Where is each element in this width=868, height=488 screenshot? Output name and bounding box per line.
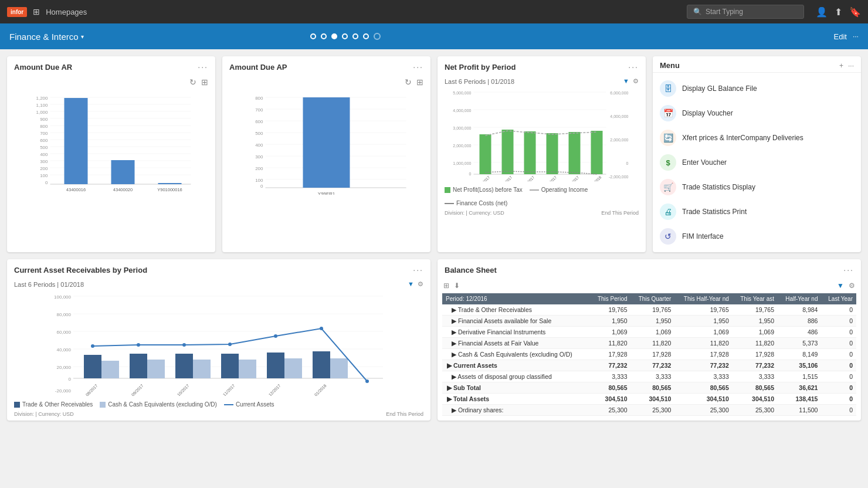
user-icon[interactable]: 👤 <box>816 6 828 18</box>
menu-item-display-gl[interactable]: 🗄 Display GL Balance File <box>653 76 861 101</box>
svg-text:0: 0 <box>469 172 472 176</box>
col-half-year: This Half-Year nd <box>674 293 732 304</box>
share-icon[interactable]: ⬆ <box>835 6 842 18</box>
svg-text:12/2017: 12/2017 <box>567 175 580 181</box>
settings-icon-balance[interactable]: ⚙ <box>849 282 855 290</box>
menu-title: Menu <box>660 61 680 70</box>
breadcrumb-dot-6[interactable] <box>363 33 369 39</box>
card-title-profit: Net Profit by Period <box>445 63 516 72</box>
breadcrumb-dot-2[interactable] <box>321 33 327 39</box>
profit-footer: Division: | Currency: USD End This Perio… <box>438 209 646 219</box>
breadcrumb-dot-3[interactable] <box>331 33 337 39</box>
top-navigation: infor ⊞ Homepages 🔍 Start Typing 👤 ⬆ 🔖 <box>0 0 868 23</box>
svg-text:0: 0 <box>69 377 72 382</box>
balance-row-label: ▶ Total Assets <box>442 394 590 405</box>
legend-label-trade: Trade & Other Receivables <box>22 401 93 408</box>
breadcrumb-dot-7[interactable] <box>374 33 381 40</box>
display-voucher-icon: 📅 <box>660 105 676 121</box>
svg-text:300: 300 <box>255 154 263 160</box>
display-voucher-label: Display Voucher <box>682 109 733 117</box>
refresh-icon-ar[interactable]: ↻ <box>189 77 196 87</box>
filter-icon-profit[interactable]: ▼ <box>623 77 629 85</box>
svg-rect-73 <box>569 132 581 174</box>
ar-bar-chart: 1,200 1,100 1,000 900 800 700 600 500 40… <box>12 89 211 195</box>
svg-text:80,000: 80,000 <box>57 312 72 317</box>
settings-icon-asset[interactable]: ⚙ <box>418 280 423 288</box>
card-body-asset: 100,000 80,000 60,000 40,000 20,000 0 -2… <box>7 290 430 400</box>
menu-more-button[interactable]: ··· <box>848 62 854 70</box>
title-dropdown-icon[interactable]: ▾ <box>81 33 84 40</box>
fim-interface-label: FIM Interface <box>682 232 724 240</box>
svg-text:5,000,000: 5,000,000 <box>453 91 471 95</box>
svg-rect-70 <box>502 130 514 174</box>
svg-text:100,000: 100,000 <box>54 294 71 300</box>
balance-row-label: ▶ Cash & Cash Equivalents (excluding O/D… <box>442 349 590 360</box>
card-menu-profit[interactable]: ··· <box>628 62 639 72</box>
svg-text:1,000,000: 1,000,000 <box>453 161 471 165</box>
balance-sheet-table: Period: 12/2016 This Period This Quarter… <box>442 293 856 416</box>
svg-text:-20,000: -20,000 <box>55 388 72 394</box>
legend-color-profit <box>445 187 450 193</box>
more-options-button[interactable]: ··· <box>853 32 859 40</box>
legend-label-profit: Net Profit(Loss) before Tax <box>453 187 523 193</box>
refresh-icon-ap[interactable]: ↻ <box>405 77 412 87</box>
widget-balance-sheet: Balance Sheet ··· ⊞ ⬇ ▼ ⚙ Period: 12/201… <box>438 259 861 421</box>
card-menu-asset[interactable]: ··· <box>413 265 423 274</box>
search-bar[interactable]: 🔍 Start Typing <box>687 5 804 19</box>
menu-item-xfert[interactable]: 🔄 Xfert prices & InterCompany Deliveries <box>653 126 861 150</box>
card-menu-ap[interactable]: ··· <box>413 62 423 72</box>
expand-icon-ar[interactable]: ⊞ <box>201 77 208 87</box>
breadcrumb-dot-5[interactable] <box>352 33 358 39</box>
card-menu-ar[interactable]: ··· <box>198 62 208 72</box>
svg-rect-28 <box>158 183 182 184</box>
svg-text:2,000,000: 2,000,000 <box>453 144 471 148</box>
card-header-profit: Net Profit by Period ··· <box>438 56 646 75</box>
breadcrumb-dot-1[interactable] <box>310 33 316 39</box>
balance-cell-value: 1,515 <box>778 371 821 382</box>
balance-cell-value: 77,232 <box>733 360 778 371</box>
menu-item-fim-interface[interactable]: ↺ FIM Interface <box>653 224 861 249</box>
enter-voucher-icon: $ <box>660 154 676 171</box>
filter-icon-balance[interactable]: ▼ <box>837 282 844 290</box>
svg-text:600: 600 <box>40 138 48 143</box>
menu-item-trade-stats-display[interactable]: 🛒 Trade Statistics Display <box>653 175 861 199</box>
table-view-icon[interactable]: ⊞ <box>443 282 449 290</box>
asset-chart: 100,000 80,000 60,000 40,000 20,000 0 -2… <box>12 290 426 396</box>
ap-bar-chart: 800 700 600 500 400 300 200 100 0 <box>227 89 426 195</box>
menu-item-display-voucher[interactable]: 📅 Display Voucher <box>653 101 861 126</box>
homepages-link[interactable]: Homepages <box>46 8 87 16</box>
filter-icon-asset[interactable]: ▼ <box>408 280 414 288</box>
svg-text:09/2017: 09/2017 <box>500 175 513 181</box>
card-header-balance: Balance Sheet ··· <box>438 259 861 278</box>
menu-item-enter-voucher[interactable]: $ Enter Voucher <box>653 150 861 175</box>
svg-text:100: 100 <box>255 178 263 183</box>
legend-label-current: Current Assets <box>236 401 274 408</box>
svg-rect-50 <box>303 97 350 188</box>
grid-icon[interactable]: ⊞ <box>33 7 40 16</box>
svg-text:-2,000,000: -2,000,000 <box>609 175 629 179</box>
edit-button[interactable]: Edit <box>834 32 847 41</box>
balance-cell-value: 0 <box>821 349 856 360</box>
legend-label-cash: Cash & Cash Equivalents (excluding O/D) <box>108 401 217 408</box>
legend-label-finance: Finance Costs (net) <box>456 200 507 206</box>
balance-row-label: ▶ Derivative Financial Instruments <box>442 327 590 338</box>
card-menu-balance[interactable]: ··· <box>843 265 854 274</box>
card-body-profit: 5,000,000 4,000,000 3,000,000 2,000,000 … <box>438 87 646 185</box>
svg-text:0: 0 <box>260 184 263 189</box>
expand-icon-ap[interactable]: ⊞ <box>416 77 423 87</box>
profit-subtitle-text: Last 6 Periods | 01/2018 <box>445 78 514 85</box>
balance-cell-value: 35,106 <box>778 360 821 371</box>
legend-color-finance <box>445 203 454 204</box>
breadcrumb-dot-4[interactable] <box>342 33 348 39</box>
export-icon[interactable]: ⬇ <box>454 282 460 290</box>
bookmark-icon[interactable]: 🔖 <box>849 6 861 18</box>
svg-point-108 <box>182 343 186 347</box>
balance-cell-value: 11,820 <box>590 338 630 349</box>
menu-add-button[interactable]: + <box>839 62 843 70</box>
legend-color-current <box>224 404 233 405</box>
menu-item-trade-stats-print[interactable]: 🖨 Trade Statistics Print <box>653 199 861 224</box>
settings-icon-profit[interactable]: ⚙ <box>633 77 639 85</box>
svg-text:1,000: 1,000 <box>36 110 48 115</box>
balance-cell-value: 1,069 <box>733 327 778 338</box>
svg-text:4,000,000: 4,000,000 <box>610 114 628 118</box>
